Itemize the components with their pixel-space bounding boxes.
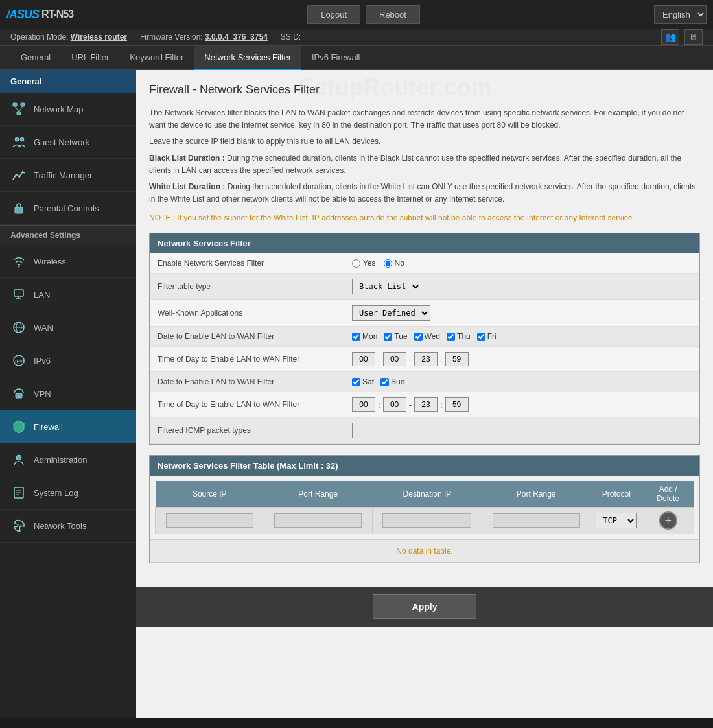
filter-type-select[interactable]: Black List White List bbox=[352, 279, 421, 294]
sidebar-item-parental-controls[interactable]: Parental Controls bbox=[0, 192, 136, 225]
radio-yes[interactable]: Yes bbox=[352, 259, 376, 268]
no-data-message: No data in table. bbox=[150, 539, 699, 563]
sidebar-item-wireless[interactable]: Wireless bbox=[0, 245, 136, 278]
model-name: RT-N53 bbox=[41, 8, 73, 20]
input-port-range1[interactable] bbox=[274, 513, 362, 528]
info-icons: 👥 🖥 bbox=[661, 29, 703, 45]
dash2: - bbox=[409, 400, 412, 410]
sidebar: General Network Map Guest Network Traffi… bbox=[0, 70, 136, 718]
sidebar-label-guest-network: Guest Network bbox=[34, 137, 89, 147]
cell-dest-ip bbox=[372, 508, 482, 534]
radio-yes-label: Yes bbox=[363, 259, 376, 268]
radio-no-input[interactable] bbox=[384, 259, 392, 268]
svg-rect-1 bbox=[21, 103, 25, 106]
tab-general[interactable]: General bbox=[10, 46, 61, 70]
sidebar-item-network-tools[interactable]: Network Tools bbox=[0, 510, 136, 543]
check-mon-input[interactable] bbox=[352, 333, 360, 341]
check-sat-input[interactable] bbox=[352, 378, 360, 386]
icmp-input[interactable] bbox=[352, 423, 598, 438]
check-fri-input[interactable] bbox=[477, 333, 485, 341]
firmware-link[interactable]: 3.0.0.4_376_3754 bbox=[205, 32, 268, 41]
svg-line-4 bbox=[19, 106, 23, 112]
check-tue[interactable]: Tue bbox=[384, 332, 407, 341]
colon3: : bbox=[378, 400, 380, 410]
check-thu-input[interactable] bbox=[447, 333, 455, 341]
tab-ipv6-firewall[interactable]: IPv6 Firewall bbox=[301, 46, 370, 70]
time2-end-min[interactable] bbox=[445, 397, 469, 412]
check-mon[interactable]: Mon bbox=[352, 332, 377, 341]
content-area: Firewall - Network Services Filter The N… bbox=[136, 70, 713, 718]
col-protocol: Protocol bbox=[590, 481, 642, 508]
check-wed-input[interactable] bbox=[414, 333, 423, 341]
well-known-row: Well-Known Applications User Defined HTT… bbox=[150, 300, 699, 327]
filter-table-header: Network Services Filter Table (Max Limit… bbox=[150, 456, 699, 476]
date-weekday-value: Mon Tue Wed Thu Fri bbox=[352, 332, 692, 341]
cell-port-range2 bbox=[482, 508, 590, 534]
check-sat[interactable]: Sat bbox=[352, 377, 374, 386]
add-row-button[interactable]: + bbox=[659, 511, 677, 530]
time-weekend-row: Time of Day to Enable LAN to WAN Filter … bbox=[150, 392, 699, 417]
protocol-select[interactable]: TCP UDP BOTH bbox=[596, 513, 637, 528]
radio-no[interactable]: No bbox=[384, 259, 404, 268]
time-end-hour[interactable] bbox=[414, 352, 438, 366]
check-tue-input[interactable] bbox=[384, 333, 392, 341]
time2-start-min[interactable] bbox=[383, 397, 406, 412]
time-start-hour[interactable] bbox=[352, 352, 375, 366]
time-weekend-value: : - : bbox=[352, 397, 692, 412]
network-tools-icon bbox=[10, 517, 27, 534]
tab-keyword-filter[interactable]: Keyword Filter bbox=[119, 46, 194, 70]
parental-controls-icon bbox=[10, 200, 27, 217]
apply-button[interactable]: Apply bbox=[373, 594, 477, 619]
sidebar-item-wan[interactable]: WAN bbox=[0, 311, 136, 344]
well-known-value: User Defined HTTP HTTPS FTP bbox=[352, 305, 692, 321]
input-port-range2[interactable] bbox=[493, 513, 580, 528]
sidebar-item-traffic-manager[interactable]: Traffic Manager bbox=[0, 159, 136, 192]
input-source-ip[interactable] bbox=[166, 513, 253, 528]
users-icon[interactable]: 👥 bbox=[661, 29, 679, 45]
well-known-label: Well-Known Applications bbox=[158, 309, 352, 318]
check-thu[interactable]: Thu bbox=[447, 332, 471, 341]
input-dest-ip[interactable] bbox=[382, 513, 471, 528]
weekend-checkboxes: Sat Sun bbox=[352, 377, 404, 386]
time-start-min[interactable] bbox=[383, 352, 406, 366]
page-title: Firewall - Network Services Filter bbox=[149, 83, 700, 97]
check-wed[interactable]: Wed bbox=[414, 332, 440, 341]
tab-network-services-filter[interactable]: Network Services Filter bbox=[194, 46, 301, 70]
sidebar-item-firewall[interactable]: Firewall bbox=[0, 410, 136, 443]
logout-button[interactable]: Logout bbox=[307, 5, 360, 24]
radio-yes-input[interactable] bbox=[352, 259, 360, 268]
svg-text:IPv6: IPv6 bbox=[15, 358, 26, 364]
reboot-button[interactable]: Reboot bbox=[366, 5, 420, 24]
check-sun[interactable]: Sun bbox=[380, 377, 404, 386]
svg-rect-2 bbox=[17, 112, 21, 115]
general-section-header: General bbox=[0, 70, 136, 93]
time2-end-hour[interactable] bbox=[414, 397, 438, 412]
monitor-icon[interactable]: 🖥 bbox=[684, 29, 703, 45]
time-weekend-group: : - : bbox=[352, 397, 469, 412]
time-end-min[interactable] bbox=[445, 352, 469, 366]
sidebar-item-guest-network[interactable]: Guest Network bbox=[0, 126, 136, 159]
col-port-range1: Port Range bbox=[264, 481, 372, 508]
firmware-label: Firmware Version: 3.0.0.4_376_3754 bbox=[140, 32, 268, 41]
sidebar-item-administration[interactable]: Administration bbox=[0, 443, 136, 476]
desc2: Leave the source IP field blank to apply… bbox=[149, 135, 700, 148]
check-sun-input[interactable] bbox=[380, 378, 389, 386]
svg-point-8 bbox=[18, 266, 20, 268]
svg-point-19 bbox=[16, 455, 21, 460]
cell-source-ip bbox=[156, 508, 264, 534]
operation-mode-link[interactable]: Wireless router bbox=[71, 32, 127, 41]
language-select[interactable]: English bbox=[654, 5, 707, 24]
sidebar-label-wireless: Wireless bbox=[34, 257, 66, 266]
check-fri[interactable]: Fri bbox=[477, 332, 497, 341]
time2-start-hour[interactable] bbox=[352, 397, 375, 412]
date-weekend-label: Date to Enable LAN to WAN Filter bbox=[158, 377, 352, 386]
sidebar-item-network-map[interactable]: Network Map bbox=[0, 93, 136, 126]
well-known-select[interactable]: User Defined HTTP HTTPS FTP bbox=[352, 305, 430, 321]
sidebar-item-vpn[interactable]: VPN bbox=[0, 377, 136, 410]
sidebar-item-ipv6[interactable]: IPv6 IPv6 bbox=[0, 344, 136, 377]
filter-table: Source IP Port Range Destination IP Port… bbox=[155, 481, 694, 534]
sidebar-item-system-log[interactable]: System Log bbox=[0, 476, 136, 510]
tab-url-filter[interactable]: URL Filter bbox=[61, 46, 119, 70]
icmp-value bbox=[352, 423, 692, 438]
sidebar-item-lan[interactable]: LAN bbox=[0, 278, 136, 311]
